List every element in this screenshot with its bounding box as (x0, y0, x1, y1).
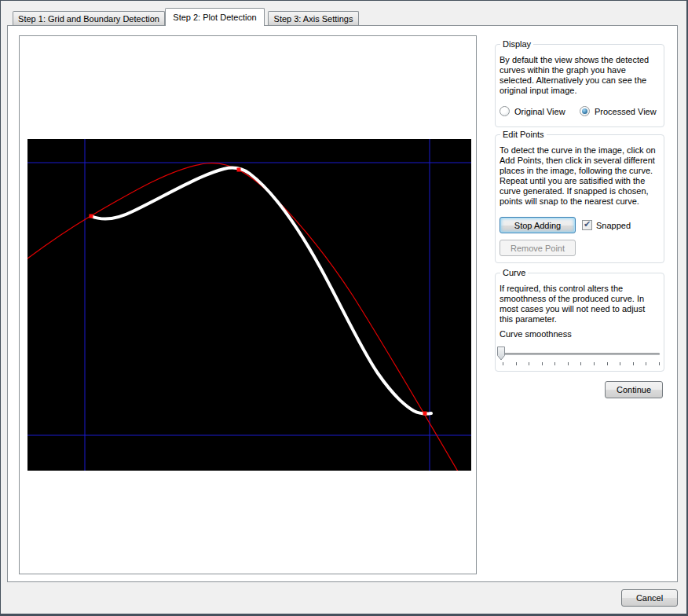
radio-original-view-label: Original View (514, 107, 565, 116)
display-group: Display By default the view shows the de… (495, 44, 664, 127)
curve-smoothness-slider-thumb[interactable] (496, 346, 506, 361)
plot-canvas[interactable] (27, 139, 471, 471)
tab-step2-plot-detection[interactable]: Step 2: Plot Detection (165, 8, 265, 26)
app-window: Step 1: Grid and Boundary Detection Step… (0, 0, 688, 616)
tab-page-plot-detection: Display By default the view shows the de… (7, 25, 678, 582)
display-description: By default the view shows the detected c… (500, 55, 661, 96)
curve-point-marker (90, 214, 93, 218)
curve-group-title: Curve (500, 268, 528, 277)
curve-smoothness-label: Curve smoothness (500, 329, 572, 339)
curve-group: Curve If required, this control alters t… (495, 273, 664, 372)
slider-tick-marks (503, 362, 660, 365)
tab-label: Step 1: Grid and Boundary Detection (18, 14, 159, 24)
curve-smoothness-slider-track[interactable] (500, 353, 660, 355)
snapped-checkbox[interactable] (582, 220, 592, 230)
image-picture-box (19, 35, 477, 574)
tab-step1-grid-boundary-detection[interactable]: Step 1: Grid and Boundary Detection (13, 11, 165, 25)
display-group-title: Display (500, 39, 533, 49)
image-background (27, 139, 471, 471)
radio-original-view[interactable]: Original View (500, 106, 565, 116)
radio-original-view-circle[interactable] (500, 106, 510, 116)
tab-label: Step 3: Axis Settings (274, 14, 353, 24)
radio-processed-view[interactable]: Processed View (580, 106, 657, 116)
remove-point-button[interactable]: Remove Point (500, 240, 576, 256)
edit-points-description: To detect the curve in the image, click … (500, 145, 661, 207)
stop-adding-button[interactable]: Stop Adding (500, 217, 576, 233)
curve-description: If required, this control alters the smo… (500, 284, 661, 324)
tab-step3-axis-settings[interactable]: Step 3: Axis Settings (268, 11, 359, 25)
curve-point-marker (237, 168, 241, 172)
edit-points-group: Edit Points To detect the curve in the i… (495, 134, 664, 263)
edit-points-group-title: Edit Points (500, 130, 547, 139)
snapped-checkbox-row[interactable]: Snapped (582, 220, 631, 230)
cancel-button[interactable]: Cancel (621, 589, 678, 607)
curve-point-marker (423, 412, 427, 416)
radio-processed-view-label: Processed View (595, 107, 657, 116)
radio-processed-view-circle[interactable] (580, 106, 590, 116)
tab-label: Step 2: Plot Detection (173, 13, 256, 22)
snapped-checkbox-label: Snapped (596, 221, 631, 230)
continue-button[interactable]: Continue (605, 381, 663, 398)
